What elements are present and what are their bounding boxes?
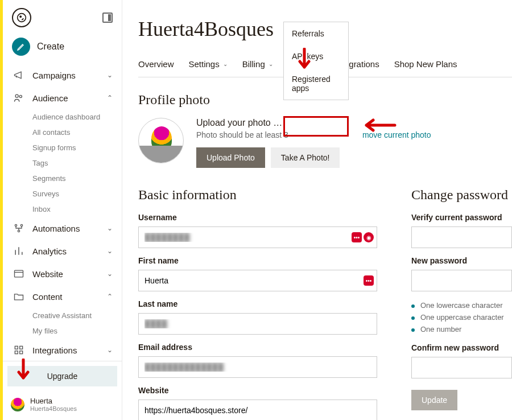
chevron-down-icon: ⌄	[223, 61, 228, 67]
basic-info-heading: Basic information	[138, 187, 377, 203]
confirm-password-label: Confirm new password	[411, 343, 512, 352]
upload-photo-button[interactable]: Upload Photo	[196, 147, 265, 168]
tab-settings[interactable]: Settings⌄	[189, 55, 228, 77]
sub-my-files[interactable]: My files	[9, 323, 116, 339]
sub-signup-forms[interactable]: Signup forms	[9, 140, 116, 155]
nav-content[interactable]: Content ⌃	[9, 285, 116, 308]
user-org: Huerta4Bosques	[30, 405, 77, 412]
email-input[interactable]	[138, 356, 377, 378]
first-name-input[interactable]	[138, 270, 377, 291]
user-avatar-icon	[11, 398, 24, 411]
tab-shop-new-plans[interactable]: Shop New Plans	[394, 55, 457, 77]
menu-api-keys[interactable]: API keys	[284, 45, 348, 68]
chevron-up-icon: ⌃	[107, 94, 113, 102]
extras-dropdown: Referrals API keys Registered apps	[283, 22, 349, 100]
megaphone-icon	[12, 68, 26, 82]
take-photo-button[interactable]: Take A Photo!	[271, 147, 340, 168]
first-name-label: First name	[138, 256, 377, 265]
nav-analytics[interactable]: Analytics ⌄	[9, 240, 116, 262]
chevron-down-icon: ⌄	[107, 224, 113, 232]
confirm-password-input[interactable]	[411, 357, 512, 378]
svg-point-5	[20, 224, 22, 226]
nav-audience[interactable]: Audience ⌃	[9, 87, 116, 109]
nav-integrations[interactable]: Integrations ⌄	[9, 339, 116, 361]
upload-info: Upload your photo … Photo should be at l…	[196, 118, 431, 168]
upgrade-button[interactable]: Upgrade	[7, 366, 117, 386]
folder-icon	[12, 290, 26, 303]
lastpass-icon: •••	[352, 232, 362, 242]
svg-point-6	[18, 230, 19, 232]
chevron-up-icon: ⌃	[107, 293, 113, 300]
last-name-label: Last name	[138, 299, 377, 308]
password-manager-icons[interactable]: ••• ◉	[352, 232, 374, 242]
svg-point-3	[19, 95, 22, 97]
sub-audience-dashboard[interactable]: Audience dashboard	[9, 109, 116, 125]
chevron-down-icon: ⌄	[269, 61, 273, 67]
new-password-label: New password	[411, 256, 512, 265]
svg-rect-9	[20, 346, 23, 349]
rule-lowercase: One lowercase character	[411, 299, 512, 311]
remove-photo-link[interactable]: move current photo	[362, 130, 431, 139]
tab-billing[interactable]: Billing⌄	[242, 55, 273, 77]
new-password-input[interactable]	[411, 270, 512, 291]
nav-automations[interactable]: Automations ⌄	[9, 217, 116, 240]
nav-campaigns[interactable]: Campaigns ⌄	[9, 64, 116, 87]
menu-referrals[interactable]: Referrals	[284, 22, 348, 45]
chevron-down-icon: ⌄	[107, 247, 113, 255]
sub-surveys[interactable]: Surveys	[9, 186, 116, 201]
shield-icon: ◉	[364, 232, 374, 242]
svg-point-2	[15, 94, 18, 97]
flow-icon	[12, 221, 26, 235]
svg-point-1	[20, 16, 21, 17]
sub-creative-assistant[interactable]: Creative Assistant	[9, 308, 116, 323]
bar-chart-icon	[12, 244, 26, 258]
create-button[interactable]: Create	[3, 33, 122, 64]
password-manager-icons[interactable]: •••	[364, 275, 374, 286]
last-name-input[interactable]	[138, 313, 377, 335]
verify-password-input[interactable]	[411, 227, 512, 248]
sidebar: Create Campaigns ⌄ Audience ⌃ Audience d…	[3, 0, 122, 420]
username-label: Username	[138, 213, 377, 222]
website-label: Website	[138, 386, 377, 395]
svg-rect-10	[15, 351, 18, 354]
chevron-down-icon: ⌄	[107, 346, 113, 354]
sub-inbox[interactable]: Inbox	[9, 201, 116, 217]
create-label: Create	[37, 42, 64, 52]
user-name: Huerta	[30, 397, 77, 405]
menu-registered-apps[interactable]: Registered apps	[284, 68, 348, 100]
chevron-down-icon: ⌄	[107, 270, 113, 278]
people-icon	[12, 91, 26, 105]
edit-photo-icon[interactable]: ✎	[155, 149, 167, 160]
sub-all-contacts[interactable]: All contacts	[9, 125, 116, 140]
chevron-down-icon: ⌄	[107, 71, 113, 79]
window-icon	[12, 267, 26, 281]
svg-rect-8	[15, 346, 18, 349]
change-password-heading: Change password	[411, 187, 512, 203]
mailchimp-logo[interactable]	[12, 8, 31, 27]
pencil-icon	[12, 38, 30, 56]
rule-uppercase: One uppercase character	[411, 311, 512, 323]
svg-point-0	[18, 14, 26, 22]
username-input[interactable]	[138, 227, 377, 248]
profile-avatar[interactable]: ✎	[138, 118, 184, 163]
sub-segments[interactable]: Segments	[9, 171, 116, 186]
password-rules: One lowercase character One uppercase ch…	[411, 299, 512, 335]
rule-number: One number	[411, 323, 512, 335]
website-input[interactable]	[138, 400, 377, 420]
lastpass-icon: •••	[364, 275, 374, 286]
collapse-panel-icon[interactable]	[102, 13, 113, 23]
svg-rect-11	[20, 351, 23, 354]
svg-rect-7	[15, 270, 23, 277]
verify-password-label: Verify current password	[411, 213, 512, 222]
grid-icon	[12, 343, 26, 357]
upload-title: Upload your photo …	[196, 118, 431, 128]
email-label: Email address	[138, 343, 377, 352]
nav-website[interactable]: Website ⌄	[9, 262, 116, 285]
sub-tags[interactable]: Tags	[9, 155, 116, 171]
svg-point-4	[15, 224, 16, 226]
tab-overview[interactable]: Overview	[138, 55, 174, 77]
update-button[interactable]: Update	[411, 390, 457, 410]
user-footer[interactable]: Huerta Huerta4Bosques	[3, 391, 122, 420]
